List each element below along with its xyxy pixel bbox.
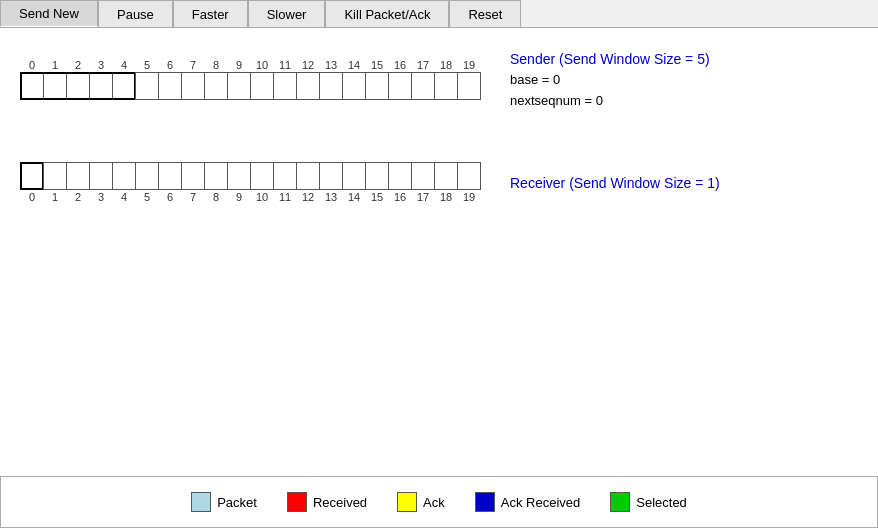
legend-color-4 <box>610 492 630 512</box>
receiver-packets: 012345678910111213141516171819 <box>20 162 480 204</box>
sender-num-1: 1 <box>43 59 67 71</box>
receiver-num-12: 12 <box>296 191 320 203</box>
receiver-packet-0[interactable] <box>20 162 44 190</box>
receiver-packet-13[interactable] <box>319 162 343 190</box>
receiver-num-2: 2 <box>66 191 90 203</box>
sender-packet-6[interactable] <box>158 72 182 100</box>
receiver-num-10: 10 <box>250 191 274 203</box>
receiver-title: Receiver (Send Window Size = 1) <box>510 172 720 194</box>
receiver-packet-6[interactable] <box>158 162 182 190</box>
receiver-packet-4[interactable] <box>112 162 136 190</box>
kill-button[interactable]: Kill Packet/Ack <box>325 0 449 27</box>
sender-row <box>20 72 480 100</box>
sender-packet-17[interactable] <box>411 72 435 100</box>
legend-label-4: Selected <box>636 495 687 510</box>
receiver-packet-14[interactable] <box>342 162 366 190</box>
receiver-num-8: 8 <box>204 191 228 203</box>
receiver-num-14: 14 <box>342 191 366 203</box>
receiver-num-11: 11 <box>273 191 297 203</box>
sender-num-6: 6 <box>158 59 182 71</box>
sender-packet-5[interactable] <box>135 72 159 100</box>
receiver-packet-12[interactable] <box>296 162 320 190</box>
receiver-packet-5[interactable] <box>135 162 159 190</box>
reset-button[interactable]: Reset <box>449 0 521 27</box>
receiver-packet-16[interactable] <box>388 162 412 190</box>
sender-nextseqnum: nextseqnum = 0 <box>510 91 710 112</box>
receiver-packet-11[interactable] <box>273 162 297 190</box>
sender-packet-4[interactable] <box>112 72 136 100</box>
sender-num-2: 2 <box>66 59 90 71</box>
sender-packet-14[interactable] <box>342 72 366 100</box>
legend-item-1: Received <box>287 492 367 512</box>
sender-num-16: 16 <box>388 59 412 71</box>
receiver-packet-9[interactable] <box>227 162 251 190</box>
sender-packet-12[interactable] <box>296 72 320 100</box>
main-area: 012345678910111213141516171819 Sender (S… <box>0 28 878 204</box>
sender-num-13: 13 <box>319 59 343 71</box>
sender-num-8: 8 <box>204 59 228 71</box>
receiver-packet-2[interactable] <box>66 162 90 190</box>
sender-packet-19[interactable] <box>457 72 481 100</box>
receiver-num-4: 4 <box>112 191 136 203</box>
legend: PacketReceivedAckAck ReceivedSelected <box>0 476 878 528</box>
slower-button[interactable]: Slower <box>248 0 326 27</box>
sender-packet-16[interactable] <box>388 72 412 100</box>
legend-label-0: Packet <box>217 495 257 510</box>
receiver-packet-17[interactable] <box>411 162 435 190</box>
sender-packet-18[interactable] <box>434 72 458 100</box>
sender-packet-11[interactable] <box>273 72 297 100</box>
sender-packet-8[interactable] <box>204 72 228 100</box>
receiver-num-9: 9 <box>227 191 251 203</box>
receiver-num-7: 7 <box>181 191 205 203</box>
receiver-num-1: 1 <box>43 191 67 203</box>
receiver-section: 012345678910111213141516171819 Receiver … <box>20 162 858 204</box>
sender-packet-7[interactable] <box>181 72 205 100</box>
sender-packet-2[interactable] <box>66 72 90 100</box>
legend-label-3: Ack Received <box>501 495 580 510</box>
sender-num-10: 10 <box>250 59 274 71</box>
sender-num-7: 7 <box>181 59 205 71</box>
receiver-packet-8[interactable] <box>204 162 228 190</box>
sender-num-4: 4 <box>112 59 136 71</box>
sender-num-17: 17 <box>411 59 435 71</box>
legend-item-3: Ack Received <box>475 492 580 512</box>
legend-color-3 <box>475 492 495 512</box>
sender-packet-9[interactable] <box>227 72 251 100</box>
sender-numbers: 012345678910111213141516171819 <box>20 59 480 71</box>
receiver-packet-10[interactable] <box>250 162 274 190</box>
receiver-packet-1[interactable] <box>43 162 67 190</box>
sender-packet-0[interactable] <box>20 72 44 100</box>
pause-button[interactable]: Pause <box>98 0 173 27</box>
sender-num-15: 15 <box>365 59 389 71</box>
receiver-numbers: 012345678910111213141516171819 <box>20 191 480 203</box>
sender-packet-13[interactable] <box>319 72 343 100</box>
sender-packet-1[interactable] <box>43 72 67 100</box>
receiver-num-6: 6 <box>158 191 182 203</box>
faster-button[interactable]: Faster <box>173 0 248 27</box>
sender-packet-3[interactable] <box>89 72 113 100</box>
send-new-button[interactable]: Send New <box>0 0 98 27</box>
legend-item-0: Packet <box>191 492 257 512</box>
receiver-packet-19[interactable] <box>457 162 481 190</box>
receiver-packet-15[interactable] <box>365 162 389 190</box>
receiver-packet-3[interactable] <box>89 162 113 190</box>
receiver-num-0: 0 <box>20 191 44 203</box>
receiver-packet-18[interactable] <box>434 162 458 190</box>
sender-num-3: 3 <box>89 59 113 71</box>
legend-color-2 <box>397 492 417 512</box>
sender-num-19: 19 <box>457 59 481 71</box>
receiver-num-17: 17 <box>411 191 435 203</box>
legend-label-1: Received <box>313 495 367 510</box>
sender-num-0: 0 <box>20 59 44 71</box>
receiver-num-13: 13 <box>319 191 343 203</box>
legend-item-2: Ack <box>397 492 445 512</box>
receiver-packet-7[interactable] <box>181 162 205 190</box>
sender-num-14: 14 <box>342 59 366 71</box>
sender-packet-15[interactable] <box>365 72 389 100</box>
sender-title: Sender (Send Window Size = 5) <box>510 48 710 70</box>
receiver-num-18: 18 <box>434 191 458 203</box>
sender-packet-10[interactable] <box>250 72 274 100</box>
sender-info: Sender (Send Window Size = 5) base = 0 n… <box>510 48 710 112</box>
sender-num-5: 5 <box>135 59 159 71</box>
sender-section: 012345678910111213141516171819 Sender (S… <box>20 48 858 112</box>
